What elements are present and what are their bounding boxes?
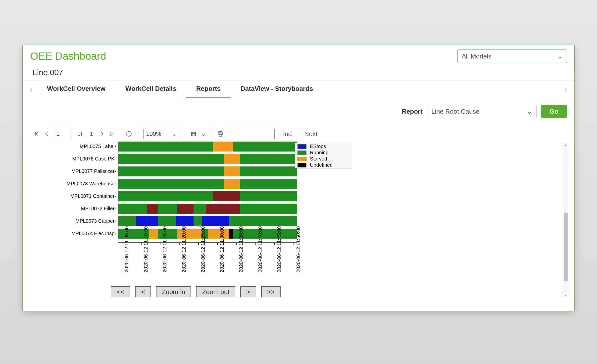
x-tick [141, 243, 142, 245]
svg-rect-2 [192, 134, 195, 136]
chart-row [118, 179, 297, 189]
chart-segment-undefined [229, 229, 233, 239]
report-dropdown[interactable]: Line Root Cause ⌄ [427, 105, 537, 118]
header: OEE Dashboard All Models ⌄ [23, 45, 574, 65]
chart-segment-darkred [206, 204, 240, 214]
chart-row-label: MPL0074 Elec Insp- [71, 231, 116, 236]
chart-row-label: MPL0078 Warehouse- [67, 181, 116, 187]
chart-row-label: MPL0071 Container- [70, 193, 116, 199]
page-of-label: of [77, 130, 82, 137]
tab-workcell-overview[interactable]: WorkCell Overview [37, 80, 115, 98]
find-next-button[interactable]: Next [304, 130, 317, 138]
svg-rect-1 [193, 132, 195, 133]
page-title: OEE Dashboard [30, 50, 106, 62]
chart-row-label: MPL0072 Filler- [81, 206, 116, 211]
x-tick [217, 243, 218, 245]
models-dropdown-value: All Models [462, 52, 492, 60]
zoom-in-button[interactable]: Zoom in [156, 286, 191, 297]
page-number-input[interactable] [54, 129, 71, 139]
chart-segment-estops [176, 216, 194, 226]
nav-next-button[interactable]: > [240, 286, 256, 297]
scroll-down-icon[interactable]: ▾ [563, 293, 568, 297]
tabs-scroll-right[interactable]: ‹ [562, 84, 569, 95]
vertical-scrollbar[interactable]: ▴ ▾ [563, 143, 568, 297]
x-tick [179, 243, 180, 245]
save-icon[interactable] [191, 131, 197, 137]
chart-segment-running [240, 179, 297, 189]
prev-page-icon[interactable] [44, 131, 50, 137]
save-chevron-icon[interactable]: ⌄ [201, 130, 206, 137]
models-dropdown[interactable]: All Models ⌄ [457, 50, 567, 63]
chart-segment-starved [224, 179, 240, 189]
tab-dataview-storyboards[interactable]: DataView - Storyboards [231, 80, 323, 98]
tab-reports[interactable]: Reports [186, 80, 231, 98]
report-label: Report [402, 108, 423, 115]
nav-first-button[interactable]: << [111, 286, 130, 297]
chart-segment-running [158, 204, 177, 214]
line-row: Line 007 [23, 65, 574, 81]
tabs-scroll-left[interactable]: › [28, 84, 35, 95]
legend-item: EStops [295, 143, 352, 150]
legend-swatch-running [298, 151, 306, 155]
tabs-row: › WorkCell Overview WorkCell Details Rep… [23, 80, 574, 98]
toolbar-zoom-group: 100% ⌄ [138, 125, 185, 143]
last-page-icon[interactable] [109, 131, 114, 137]
legend-label: EStops [310, 144, 326, 149]
zoom-out-button[interactable]: Zoom out [196, 286, 235, 297]
first-page-icon[interactable] [34, 131, 40, 137]
refresh-icon[interactable] [126, 131, 132, 137]
find-separator: | [297, 130, 299, 137]
toolbar-paging-group: of 1 [29, 125, 120, 143]
dashboard-card: OEE Dashboard All Models ⌄ Line 007 › Wo… [22, 45, 575, 311]
x-axis-label: 2020-06-12 11:15:00 [162, 226, 168, 272]
zoom-value: 100% [146, 130, 161, 137]
chart-segment-estops [202, 216, 229, 226]
chart-segment-running [118, 204, 147, 214]
chart-legend: EStops Running Starved Undefined [295, 143, 352, 168]
find-input[interactable] [235, 129, 275, 139]
nav-last-button[interactable]: >> [261, 286, 281, 297]
tab-workcell-details[interactable]: WorkCell Details [115, 80, 186, 98]
x-tick [160, 243, 160, 245]
tabs: WorkCell Overview WorkCell Details Repor… [37, 80, 560, 98]
report-viewport: ▴ ▾ MPL0075 Label-MPL0076 Case PK-MPL007… [29, 143, 568, 297]
chart-row-label: MPL0077 Palletizer- [71, 168, 116, 174]
go-button[interactable]: Go [541, 105, 567, 118]
chart-segment-running [240, 191, 297, 201]
legend-item: Running [295, 150, 352, 156]
toolbar-print-group [212, 125, 229, 143]
chart-segment-starved [224, 166, 240, 176]
chart-segment-darkred [177, 204, 194, 214]
chart-segment-starved [213, 142, 233, 152]
chevron-down-icon: ⌄ [557, 52, 563, 60]
print-icon[interactable] [217, 131, 224, 137]
report-toolbar: of 1 100% ⌄ ⌄ [29, 125, 568, 143]
chart-row-label: MPL0076 Case PK- [72, 156, 116, 162]
legend-item: Undefined [295, 162, 352, 168]
timeline-chart: MPL0075 Label-MPL0076 Case PK-MPL0077 Pa… [43, 143, 294, 260]
chart-segment-starved [208, 229, 229, 239]
x-axis-label: 2020-06-12 11:20:00 [181, 226, 187, 272]
next-page-icon[interactable] [99, 131, 104, 137]
report-selector-row: Report Line Root Cause ⌄ Go [23, 98, 574, 125]
scroll-up-icon[interactable]: ▴ [563, 143, 568, 147]
nav-prev-button[interactable]: < [135, 286, 151, 297]
chart-segment-running [118, 191, 213, 201]
legend-swatch-undefined [298, 163, 306, 167]
chart-segment-running [118, 166, 224, 176]
chart-segment-estops [136, 216, 158, 226]
x-tick [236, 243, 237, 245]
scrollbar-thumb[interactable] [564, 213, 568, 281]
chart-segment-running [118, 216, 136, 226]
chart-row-label: MPL0073 Capper- [76, 218, 116, 224]
chart-segment-darkred [213, 191, 240, 201]
line-title: Line 007 [33, 68, 564, 77]
x-axis-label: 2020-06-12 11:40:00 [257, 226, 263, 272]
zoom-dropdown[interactable]: 100% ⌄ [143, 129, 179, 139]
toolbar-export-group: ⌄ [185, 125, 212, 143]
chart-row-label: MPL0075 Label- [80, 144, 116, 149]
toolbar-refresh-group [120, 125, 138, 143]
legend-label: Running [310, 150, 329, 156]
find-button[interactable]: Find [279, 130, 292, 138]
chevron-down-icon: ⌄ [172, 130, 177, 137]
